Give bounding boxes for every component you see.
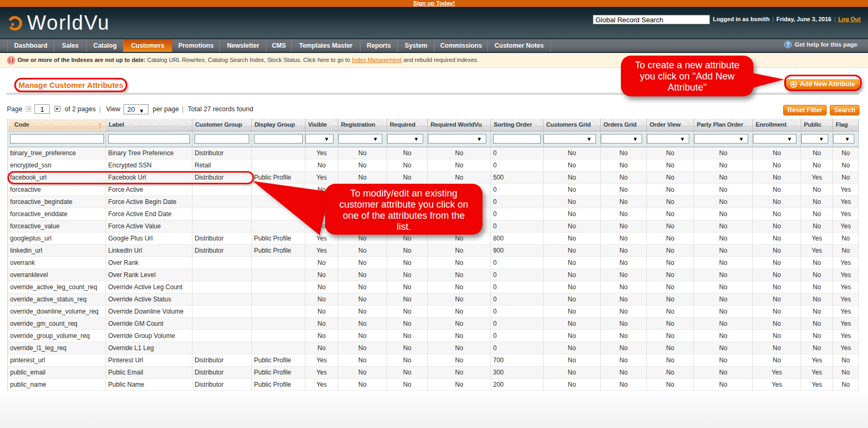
svg-text:?: ? — [786, 42, 790, 48]
